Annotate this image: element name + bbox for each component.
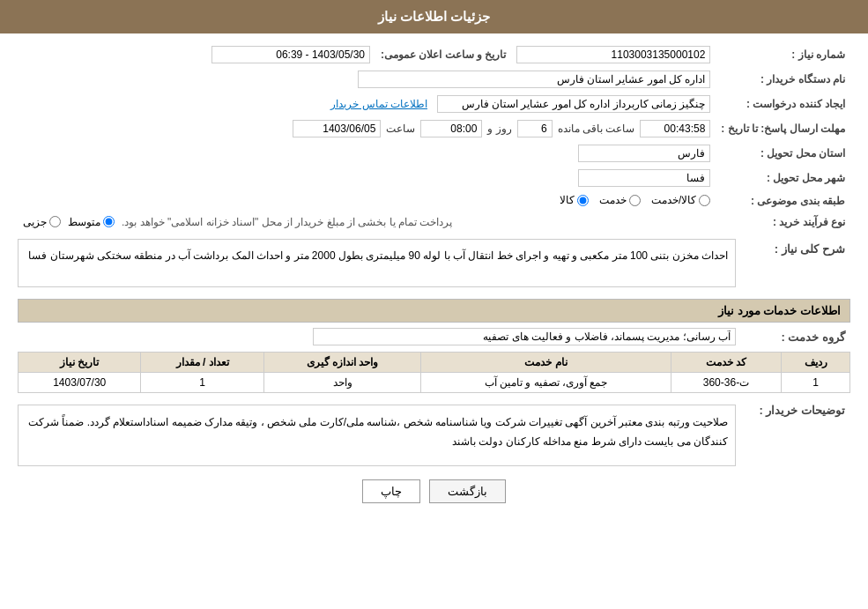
- contact-info-link[interactable]: اطلاعات تماس خریدار: [330, 98, 427, 110]
- col-date: تاریخ نیاز: [19, 352, 141, 372]
- process-options: جزیی متوسط پرداخت تمام یا بخشی از مبلغ خ…: [18, 212, 716, 232]
- remaining-time-input[interactable]: [640, 120, 710, 137]
- announce-label: تاریخ و ساعت اعلان عمومی:: [375, 42, 511, 67]
- buyer-notes-content: صلاحیت ورتبه بندی معتبر آخرین آگهی تغییر…: [18, 400, 736, 466]
- back-button[interactable]: بازگشت: [429, 479, 506, 503]
- page-title: جزئیات اطلاعات نیاز: [378, 9, 490, 24]
- group-service-value: [18, 327, 736, 347]
- need-number-label: شماره نیاز :: [716, 42, 850, 67]
- buyer-org-input[interactable]: [358, 71, 710, 88]
- page-container: جزئیات اطلاعات نیاز شماره نیاز : تاریخ و…: [0, 0, 868, 609]
- requester-label: ایجاد کننده درخواست :: [716, 92, 850, 116]
- category-label-1: کالا: [560, 194, 575, 206]
- response-deadline-row: مهلت ارسال پاسخ: تا تاریخ : ساعت روز و س…: [18, 116, 850, 141]
- city-row: شهر محل تحویل :: [18, 166, 850, 190]
- city-value: [511, 166, 716, 190]
- need-number-row: شماره نیاز : تاریخ و ساعت اعلان عمومی:: [18, 42, 850, 67]
- process-label-1: جزیی: [23, 216, 47, 228]
- services-header-row: ردیف کد خدمت نام خدمت واحد اندازه گیری ت…: [19, 352, 850, 372]
- services-table-header: ردیف کد خدمت نام خدمت واحد اندازه گیری ت…: [19, 352, 850, 372]
- page-header: جزئیات اطلاعات نیاز: [0, 0, 868, 33]
- category-option-3[interactable]: کالا/خدمت: [651, 194, 710, 206]
- announce-input[interactable]: [211, 46, 370, 63]
- category-option-1[interactable]: کالا: [560, 194, 589, 206]
- remaining-days-input[interactable]: [517, 120, 553, 137]
- table-row: 1ت-36-360جمع آوری، تصفیه و تامین آبواحد1…: [19, 372, 850, 392]
- services-table: ردیف کد خدمت نام خدمت واحد اندازه گیری ت…: [18, 352, 850, 393]
- group-service-row: گروه خدمت :: [18, 327, 850, 347]
- main-content: شماره نیاز : تاریخ و ساعت اعلان عمومی: ن…: [0, 33, 868, 521]
- city-label: شهر محل تحویل :: [716, 166, 850, 190]
- process-option-1[interactable]: جزیی: [23, 216, 61, 228]
- col-service-name: نام خدمت: [421, 352, 671, 372]
- need-number-value: [511, 42, 716, 67]
- city-input[interactable]: [578, 169, 710, 187]
- group-service-label: گروه خدمت :: [736, 327, 850, 347]
- col-unit: واحد اندازه گیری: [263, 352, 421, 372]
- need-description-section: شرح کلی نیاز : احداث مخزن بتنی 100 متر م…: [18, 239, 850, 292]
- table-cell-quantity: 1: [141, 372, 263, 392]
- category-option-2[interactable]: خدمت: [599, 194, 641, 206]
- category-label-3: کالا/خدمت: [651, 194, 696, 206]
- province-value: [511, 141, 716, 166]
- announce-value: [18, 42, 375, 67]
- requester-value: اطلاعات تماس خریدار: [18, 92, 716, 116]
- remaining-time-label: ساعت باقی مانده: [558, 123, 635, 135]
- need-description-label: شرح کلی نیاز :: [736, 239, 850, 292]
- process-label: نوع فرآیند خرید :: [716, 212, 850, 232]
- requester-input[interactable]: [437, 95, 710, 113]
- group-service-table: گروه خدمت :: [18, 327, 850, 347]
- services-table-body: 1ت-36-360جمع آوری، تصفیه و تامین آبواحد1…: [19, 372, 850, 392]
- requester-row: ایجاد کننده درخواست : اطلاعات تماس خریدا…: [18, 92, 850, 116]
- remaining-days-label: روز و: [487, 123, 511, 135]
- table-cell-unit: واحد: [263, 372, 421, 392]
- action-buttons: بازگشت چاپ: [18, 479, 850, 503]
- need-description-table: شرح کلی نیاز : احداث مخزن بتنی 100 متر م…: [18, 239, 850, 292]
- col-row-num: ردیف: [782, 352, 850, 372]
- category-label: طبقه بندی موضوعی :: [716, 190, 850, 212]
- response-deadline-label: مهلت ارسال پاسخ: تا تاریخ :: [716, 116, 850, 141]
- buyer-notes-table: توضیحات خریدار : صلاحیت ورتبه بندی معتبر…: [18, 400, 850, 466]
- buyer-org-value: [18, 67, 716, 92]
- buyer-notes-row: توضیحات خریدار : صلاحیت ورتبه بندی معتبر…: [18, 400, 850, 466]
- province-label: استان محل تحویل :: [716, 141, 850, 166]
- province-row: استان محل تحویل :: [18, 141, 850, 166]
- province-input[interactable]: [578, 145, 710, 162]
- col-quantity: تعداد / مقدار: [141, 352, 263, 372]
- process-type-row: نوع فرآیند خرید : جزیی متوسط پرداخت: [18, 212, 850, 232]
- table-cell-name: جمع آوری، تصفیه و تامین آب: [421, 372, 671, 392]
- need-number-input[interactable]: [516, 46, 710, 63]
- response-date-input[interactable]: [293, 120, 381, 137]
- table-cell-code: ت-36-360: [671, 372, 782, 392]
- table-cell-row: 1: [782, 372, 850, 392]
- col-service-code: کد خدمت: [671, 352, 782, 372]
- response-time-label: ساعت: [386, 123, 415, 135]
- response-time-input[interactable]: [420, 120, 482, 137]
- buyer-notes-label: توضیحات خریدار :: [736, 400, 850, 466]
- process-option-2[interactable]: متوسط: [68, 216, 115, 228]
- buyer-org-label: نام دستگاه خریدار :: [716, 67, 850, 92]
- response-deadline-value: ساعت روز و ساعت باقی مانده: [18, 116, 716, 141]
- main-info-table: شماره نیاز : تاریخ و ساعت اعلان عمومی: ن…: [18, 42, 850, 232]
- need-description-text: احداث مخزن بتنی 100 متر مکعبی و تهیه و ا…: [18, 239, 736, 287]
- process-note: پرداخت تمام یا بخشی از مبلغ خریدار از مح…: [122, 216, 452, 228]
- table-cell-date: 1403/07/30: [19, 372, 141, 392]
- category-options: کالا خدمت کالا/خدمت: [18, 190, 716, 212]
- need-description-row: شرح کلی نیاز : احداث مخزن بتنی 100 متر م…: [18, 239, 850, 292]
- group-service-input[interactable]: [313, 328, 736, 345]
- services-section-title: اطلاعات خدمات مورد نیاز: [18, 299, 850, 323]
- buyer-notes-text: صلاحیت ورتبه بندی معتبر آخرین آگهی تغییر…: [18, 405, 736, 466]
- buyer-org-row: نام دستگاه خریدار :: [18, 67, 850, 92]
- category-row: طبقه بندی موضوعی : کالا خدمت: [18, 190, 850, 212]
- category-label-2: خدمت: [599, 194, 627, 206]
- process-label-2: متوسط: [68, 216, 100, 228]
- need-description-content: احداث مخزن بتنی 100 متر مکعبی و تهیه و ا…: [18, 239, 736, 292]
- print-button[interactable]: چاپ: [362, 479, 420, 503]
